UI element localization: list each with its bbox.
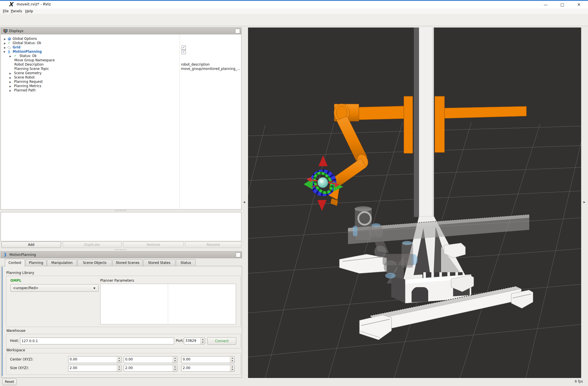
spin-up-icon[interactable]: ▲ [201,338,205,341]
collapse-right-panel-arrow[interactable]: ▶ [583,201,585,203]
titlebar[interactable]: X moveit.rviz* - RViz — □ ✕ [0,0,588,9]
display-help-area [1,212,241,241]
rviz-app-icon: X [8,1,14,7]
splitter-handle[interactable] [115,249,127,250]
tree-row-move-group-namespace[interactable]: Move Group Namespace [2,58,242,62]
planner-dropdown[interactable]: <unspecified> ▼ [10,284,99,292]
toolbar: ☝ Interact Move Camera Select [0,14,588,26]
spin-down-icon[interactable]: ▼ [201,341,205,344]
tab-stored-states[interactable]: Stored States [143,259,175,266]
displays-tree[interactable]: ▶ Global Options ▶ ✓ Global Status: Ok ▶… [1,34,241,209]
displays-panel-title: Displays [9,29,23,33]
table-column-divider [168,284,168,324]
tab-planning[interactable]: Planning [25,259,47,266]
end-effector-sphere[interactable] [318,177,328,188]
menu-panels[interactable]: Panels [11,9,22,13]
center-x-spinner[interactable]: ▲▼ [68,356,121,363]
tree-row-scene-robot[interactable]: ▶ Scene Robot [2,75,242,80]
tree-row-planned-path[interactable]: ▶ Planned Path [2,88,242,93]
spin-down-icon[interactable]: ▼ [117,368,121,371]
menu-file[interactable]: File [3,9,9,13]
right-panel-collapsed-strip[interactable]: ▶ [581,28,588,378]
tree-row-global-status[interactable]: ▶ ✓ Global Status: Ok [2,41,242,45]
port-spinner[interactable]: ▲ ▼ [184,338,205,344]
tab-status[interactable]: Status [176,259,196,266]
size-x-value[interactable] [70,365,116,371]
spin-up-icon[interactable]: ▲ [117,365,121,368]
tree-row-scene-geometry[interactable]: ▶ Scene Geometry [2,71,242,75]
tree-row-planning-request[interactable]: ▶ Planning Request [2,80,242,84]
spin-down-icon[interactable]: ▼ [173,368,177,371]
spin-up-icon[interactable]: ▲ [173,365,177,368]
spin-up-icon[interactable]: ▲ [230,365,234,368]
expand-arrow-icon[interactable]: ▶ [9,80,11,84]
collapse-left-panel-arrow[interactable]: ◀ [243,201,245,203]
expand-arrow-icon[interactable]: ▶ [9,71,11,76]
expand-arrow-icon[interactable]: ▶ [4,41,6,46]
grid-enabled-checkbox[interactable]: ✓ [182,46,186,50]
tree-row-label: Planning Metrics [14,84,41,88]
motionplanning-float-button[interactable] [236,252,241,257]
add-display-button[interactable]: Add [1,242,61,248]
menu-help[interactable]: Help [25,9,33,13]
size-z-spinner[interactable]: ▲▼ [181,365,235,372]
size-y-spinner[interactable]: ▲▼ [124,365,177,372]
tab-manipulation[interactable]: Manipulation [47,259,77,266]
planning-scene-topic-value[interactable]: move_group/monitored_planning_... [181,67,240,71]
tree-row-label: Status: Ok [19,54,37,58]
planner-parameters-table[interactable] [100,284,236,324]
spin-up-icon[interactable]: ▲ [117,356,121,359]
center-z-spinner[interactable]: ▲▼ [181,356,235,363]
tree-row-global-options[interactable]: ▶ Global Options [2,37,242,41]
rviz-window: X moveit.rviz* - RViz — □ ✕ File Panels … [0,0,588,386]
expand-arrow-icon[interactable]: ▶ [9,84,11,89]
spin-up-icon[interactable]: ▲ [173,356,177,359]
displays-float-button[interactable] [235,29,240,34]
tab-context[interactable]: Context [5,259,25,267]
tree-row-motionplanning[interactable]: ▼ MotionPlanning [2,50,242,54]
spin-down-icon[interactable]: ▼ [230,368,234,371]
minimize-button[interactable]: — [541,2,550,7]
expand-arrow-icon[interactable]: ▶ [4,37,6,41]
motionplanning-enabled-checkbox[interactable]: ✓ [182,50,186,54]
tree-row-grid[interactable]: ▶ Grid [2,45,242,50]
3d-viewport[interactable] [248,28,581,378]
collapse-arrow-icon[interactable]: ▼ [3,50,5,54]
tab-stored-scenes[interactable]: Stored Scenes [113,259,143,266]
connect-button[interactable]: Connect [207,337,236,345]
expand-arrow-icon[interactable]: ▶ [9,54,11,58]
center-y-spinner[interactable]: ▲▼ [124,356,177,363]
duplicate-display-button[interactable]: Duplicate [63,242,121,248]
spin-up-icon[interactable]: ▲ [230,356,234,359]
expand-arrow-icon[interactable]: ▶ [9,89,11,93]
host-input[interactable] [20,338,174,344]
maximize-button[interactable]: □ [558,2,567,7]
expand-arrow-icon[interactable]: ▶ [9,76,11,80]
close-button[interactable]: ✕ [575,2,583,7]
window-title: moveit.rviz* - RViz [17,2,51,6]
port-value[interactable] [185,338,200,343]
size-x-spinner[interactable]: ▲▼ [68,365,121,372]
center-z-value[interactable] [183,357,229,362]
remove-display-button[interactable]: Remove [123,242,184,248]
rename-display-button[interactable]: Rename [185,242,241,248]
panel-scrollbar[interactable] [2,267,3,376]
expand-arrow-icon[interactable]: ▶ [4,46,6,50]
center-x-value[interactable] [70,357,116,362]
robot-description-value[interactable]: robot_description [181,62,210,66]
spin-down-icon[interactable]: ▼ [173,359,177,362]
displays-panel-titlebar[interactable]: Displays [1,28,241,34]
spin-down-icon[interactable]: ▼ [117,359,121,362]
tree-row-mp-status[interactable]: ▶ ✓ Status: Ok [2,54,242,58]
tree-row-planning-metrics[interactable]: ▶ Planning Metrics [2,84,242,88]
spinner-arrows[interactable]: ▲ ▼ [200,338,205,344]
spin-down-icon[interactable]: ▼ [230,359,234,362]
center-y-value[interactable] [125,357,172,362]
tab-scene-objects[interactable]: Scene Objects [77,259,112,266]
size-z-value[interactable] [183,365,229,371]
splitter-handle[interactable] [115,210,127,211]
reset-button[interactable]: Reset [2,379,17,385]
tree-row-label: Scene Geometry [14,71,42,75]
motionplanning-panel-titlebar[interactable]: MotionPlanning [1,251,242,258]
size-y-value[interactable] [125,365,172,371]
